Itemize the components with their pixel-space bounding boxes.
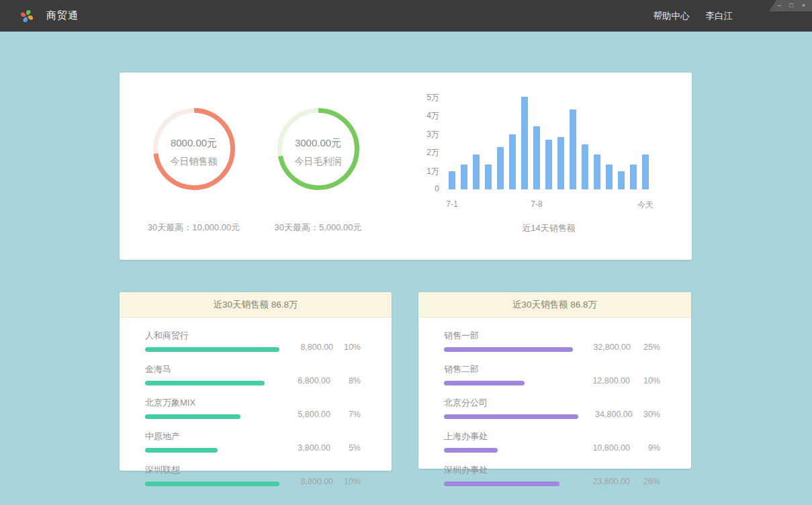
bar [545,140,552,189]
rank-value: 12,800.00 [571,376,630,385]
rank-value: 34,800.00 [578,410,633,419]
rank-name: 人和商贸行 [145,330,279,342]
rank-card-departments-body: 销售一部32,800.0025%销售二部12,800.0010%北京分公司34,… [418,318,691,486]
rank-name: 金海马 [145,363,271,375]
rank-name: 深圳办事处 [444,464,571,476]
bar-chart-title: 近14天销售额 [446,222,651,234]
rank-row: 中原地产3,800.005% [145,430,361,453]
username-link[interactable]: 李白江 [706,10,733,22]
today-sales-amount: 8000.00元 [152,110,236,150]
rank-bar [444,448,498,453]
rank-row: 金海马6,800.008% [145,363,361,385]
bar [521,97,528,189]
rank-value: 32,800.00 [573,342,631,352]
rank-row: 销售一部32,800.0025% [444,330,660,352]
bar [509,134,516,189]
bar [630,165,637,189]
rank-name: 北京分公司 [444,397,578,409]
bar [582,144,588,189]
rank-bar [145,347,279,352]
help-center-link[interactable]: 帮助中心 [653,10,690,22]
x-axis-tick: 7-1 [446,199,457,209]
rank-value: 23,800.00 [571,477,630,486]
rank-row: 北京万象MIX5,800.007% [145,397,361,419]
bar [497,147,504,189]
window-minimize-button[interactable]: – [774,1,784,11]
rank-percent: 9% [630,443,660,453]
window-close-button[interactable]: × [799,1,809,11]
rank-name: 上海办事处 [444,430,571,443]
rank-card-customers-header: 近30天销售额 86.8万 [120,292,392,318]
y-axis-tick: 5万 [415,92,439,103]
bar [594,154,600,189]
bar [642,154,649,189]
rank-value: 10,800.00 [571,443,630,453]
rank-row: 北京分公司34,800.0030% [444,397,660,419]
rank-percent: 7% [330,410,361,419]
rank-name: 深圳联想 [145,464,279,476]
bar [473,154,480,189]
rank-value: 8,800.00 [279,342,333,352]
bar [461,165,467,189]
rank-name: 北京万象MIX [145,397,271,409]
overview-card: 8000.00元 今日销售额 30天最高：10,000.00元 3000.00元… [120,73,692,260]
rank-name: 销售二部 [444,363,571,375]
y-axis-tick: 2万 [415,147,439,158]
today-sales-caption: 今日销售额 [152,150,236,168]
rank-percent: 10% [333,477,361,486]
rank-bar [145,448,218,453]
y-axis-tick: 0 [415,184,439,193]
bar [485,165,492,189]
rank-name: 销售一部 [444,330,573,342]
today-profit-donut: 3000.00元 今日毛利润 30天最高：5,000.00元 [256,73,380,260]
y-axis-tick: 3万 [415,129,439,140]
rank-value: 5,800.00 [271,410,330,419]
rank-percent: 10% [630,376,660,385]
rank-value: 8,800.00 [279,477,333,486]
rank-row: 销售二部12,800.0010% [444,363,660,385]
bar [618,171,625,189]
rank-card-departments-header: 近30天销售额 86.8万 [418,292,691,318]
rank-value: 6,800.00 [271,376,330,385]
app-logo-icon [18,7,36,25]
bar [570,109,576,189]
window-maximize-button[interactable]: □ [786,1,797,11]
bar [557,137,564,189]
rank-row: 人和商贸行8,800.0010% [145,330,361,352]
rank-bar [444,381,525,385]
rank-card-departments: 近30天销售额 86.8万 销售一部32,800.0025%销售二部12,800… [418,292,691,469]
rank-row: 深圳联想8,800.0010% [145,464,361,486]
x-axis-tick: 7-8 [531,199,542,209]
rank-bar [145,481,279,486]
today-sales-footnote: 30天最高：10,000.00元 [132,222,256,234]
rank-percent: 10% [333,342,361,352]
rank-row: 深圳办事处23,800.0026% [444,464,660,486]
today-profit-footnote: 30天最高：5,000.00元 [256,222,380,234]
rank-card-customers: 近30天销售额 86.8万 人和商贸行8,800.0010%金海马6,800.0… [120,292,392,471]
bar-chart-y-axis: 5万4万3万2万1万0 [415,97,439,189]
bar [449,171,455,189]
rank-value: 3,800.00 [271,443,330,453]
window-controls: – □ × [769,0,812,11]
titlebar-menu: 帮助中心 李白江 [653,0,733,32]
rank-name: 中原地产 [145,430,271,443]
rank-percent: 5% [330,443,361,453]
bar-plot [446,97,651,189]
rank-card-customers-body: 人和商贸行8,800.0010%金海马6,800.008%北京万象MIX5,80… [120,318,392,486]
rank-bar [444,481,559,486]
rank-percent: 30% [633,410,660,419]
bar [606,165,613,189]
app-title: 商贸通 [46,9,79,22]
rank-row: 上海办事处10,800.009% [444,430,660,453]
y-axis-tick: 1万 [415,166,439,177]
titlebar: 商贸通 帮助中心 李白江 – □ × [0,0,812,32]
today-sales-donut: 8000.00元 今日销售额 30天最高：10,000.00元 [132,73,256,260]
bar [533,126,540,190]
rank-percent: 26% [630,477,660,486]
rank-bar [444,347,573,352]
today-profit-amount: 3000.00元 [277,110,360,150]
sales-bar-chart: 5万4万3万2万1万0 7-17-8今天 近14天销售额 [446,97,651,260]
rank-percent: 8% [330,376,361,385]
rank-percent: 25% [631,342,660,352]
y-axis-tick: 4万 [415,110,439,122]
